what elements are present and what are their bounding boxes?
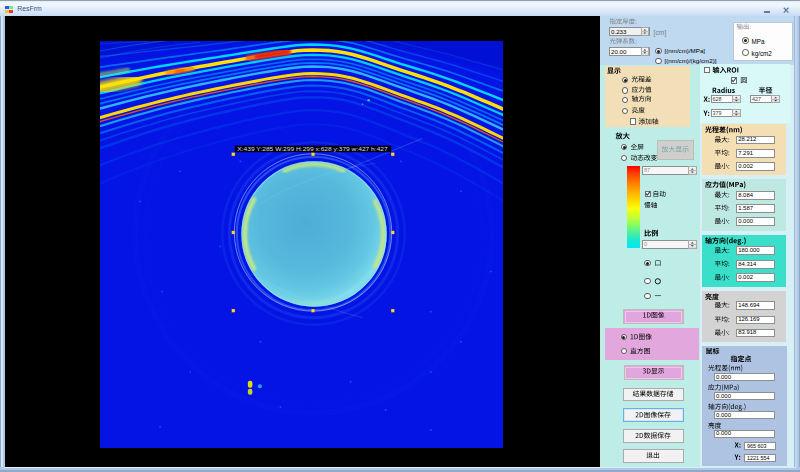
svg-text:X:439 Y:285 W:299 H:299 x:628: X:439 Y:285 W:299 H:299 x:628 y:379 w:42… [237, 146, 388, 152]
